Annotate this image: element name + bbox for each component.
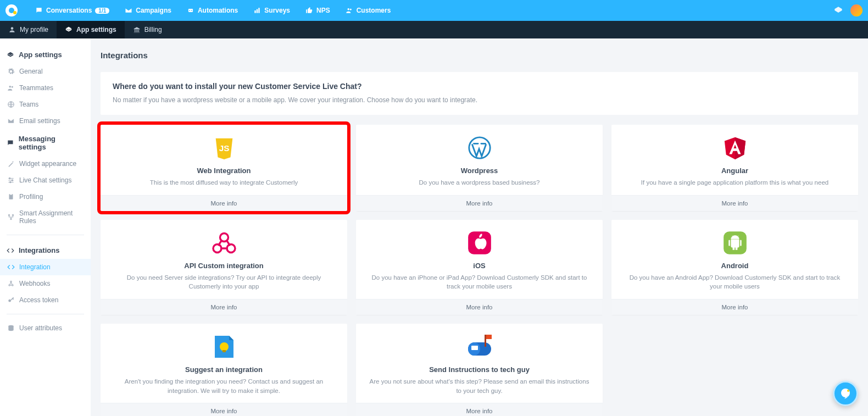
card-web-integration[interactable]: JS Web Integration This is the most diff…	[101, 125, 347, 211]
card-title: Angular	[721, 167, 748, 175]
card-ios[interactable]: iOS Do you have an iPhone or iPad App? D…	[356, 220, 603, 315]
card-more-info[interactable]: More info	[101, 403, 347, 416]
sidebar-item-general[interactable]: General	[0, 63, 91, 80]
sidebar-label: Smart Assignment Rules	[19, 209, 84, 225]
sidebar-item-integration[interactable]: Integration	[0, 259, 91, 275]
nav-surveys[interactable]: Surveys	[246, 7, 298, 14]
sidebar-item-livechat[interactable]: Live Chat settings	[0, 172, 91, 188]
svg-rect-3	[255, 10, 256, 13]
card-more-info[interactable]: More info	[611, 299, 858, 315]
sidebar-label: Teams	[19, 101, 38, 108]
svg-rect-33	[222, 350, 226, 352]
card-suggest[interactable]: Suggest an integration Aren't you findin…	[101, 324, 347, 416]
topbar: Conversations 1/1 Campaigns Automations …	[0, 0, 868, 21]
card-android[interactable]: Android Do you have an Android App? Down…	[611, 220, 858, 315]
svg-point-22	[10, 281, 12, 282]
card-body: Suggest an integration Aren't you findin…	[101, 324, 347, 403]
sidebar-heading-messaging: Messaging settings	[0, 129, 91, 156]
sidebar-item-teammates[interactable]: Teammates	[0, 80, 91, 96]
card-api[interactable]: API Custom integration Do you need Serve…	[101, 220, 347, 315]
sidebar-label: Live Chat settings	[19, 176, 71, 184]
sidebar-item-webhooks[interactable]: Webhooks	[0, 275, 91, 292]
card-desc: This is the most diffused way to integra…	[150, 178, 298, 187]
angular-icon	[722, 135, 748, 161]
card-title: Web Integration	[197, 167, 251, 175]
wand-icon	[7, 160, 15, 168]
card-desc: Are you not sure about what's this step?…	[367, 377, 592, 395]
svg-point-21	[12, 285, 13, 286]
user-avatar[interactable]	[850, 4, 863, 16]
subnav: My profile App settings Billing	[0, 21, 868, 38]
envelope-icon	[125, 7, 132, 14]
svg-point-14	[10, 181, 11, 182]
card-title: API Custom integration	[184, 262, 263, 270]
key-icon	[7, 296, 15, 304]
sidebar-item-user-attributes[interactable]: User attributes	[0, 320, 91, 336]
integration-grid: JS Web Integration This is the most diff…	[101, 125, 858, 416]
nav-customers[interactable]: Customers	[338, 7, 399, 14]
webhook-icon	[7, 280, 15, 287]
sidebar-heading-label: App settings	[19, 51, 62, 59]
nav-conversations[interactable]: Conversations 1/1	[27, 7, 117, 14]
nav-automations[interactable]: Automations	[179, 7, 246, 14]
sidebar-heading-label: Messaging settings	[19, 135, 84, 151]
sidebar-separator	[7, 314, 84, 314]
svg-point-20	[9, 285, 10, 286]
gear-icon	[7, 68, 15, 75]
sidebar-separator	[7, 235, 84, 235]
sidebar-item-widget[interactable]: Widget appearance	[0, 156, 91, 172]
chat-icon	[7, 139, 14, 147]
card-body: iOS Do you have an iPhone or iPad App? D…	[356, 220, 603, 299]
sliders-icon	[7, 176, 15, 184]
card-send-instructions[interactable]: Send Instructions to tech guy Are you no…	[356, 324, 603, 416]
card-more-info[interactable]: More info	[101, 195, 347, 211]
svg-point-12	[9, 178, 10, 179]
card-wordpress[interactable]: Wordpress Do you have a wordpress based …	[356, 125, 603, 211]
subnav-app-settings[interactable]: App settings	[57, 21, 125, 38]
card-more-info[interactable]: More info	[356, 299, 603, 315]
card-more-info[interactable]: More info	[356, 195, 603, 211]
svg-rect-5	[259, 8, 260, 13]
chat-fab[interactable]	[833, 381, 858, 406]
chart-icon	[253, 7, 261, 14]
svg-point-17	[8, 214, 9, 215]
chat-icon	[35, 7, 43, 14]
user-icon	[8, 26, 16, 34]
svg-point-27	[213, 244, 221, 252]
sidebar-label: Webhooks	[19, 280, 50, 287]
robot-icon	[187, 7, 194, 14]
card-angular[interactable]: Angular If you have a single page applic…	[611, 125, 858, 211]
subnav-label: App settings	[76, 26, 116, 34]
sidebar-item-smart-assignment[interactable]: Smart Assignment Rules	[0, 205, 91, 229]
intro-sub: No matter if you have a wordpress websit…	[113, 96, 846, 104]
sidebar-item-email[interactable]: Email settings	[0, 113, 91, 129]
svg-point-6	[347, 8, 349, 10]
card-title: Suggest an integration	[185, 365, 263, 374]
sidebar-item-access-token[interactable]: Access token	[0, 292, 91, 308]
database-icon	[7, 324, 15, 332]
svg-point-28	[227, 244, 235, 252]
card-more-info[interactable]: More info	[356, 403, 603, 416]
sidebar-item-profiling[interactable]: Profiling	[0, 188, 91, 205]
sidebar-label: Email settings	[19, 117, 60, 125]
svg-point-9	[9, 86, 12, 88]
card-more-info[interactable]: More info	[101, 299, 347, 315]
svg-point-1	[189, 10, 190, 11]
card-desc: Do you need Server side integrations? Tr…	[112, 273, 336, 291]
card-more-info[interactable]: More info	[611, 195, 858, 211]
layers-icon	[65, 26, 73, 34]
card-desc: Do you have an Android App? Download Cus…	[622, 273, 847, 291]
users-icon	[346, 7, 353, 14]
svg-point-40	[847, 390, 849, 392]
layers-icon[interactable]	[834, 6, 843, 15]
nav-nps[interactable]: NPS	[298, 7, 338, 14]
subnav-billing[interactable]: Billing	[125, 21, 170, 38]
svg-rect-0	[188, 9, 193, 12]
sidebar-item-teams[interactable]: Teams	[0, 96, 91, 113]
nav-campaigns[interactable]: Campaigns	[117, 7, 179, 14]
app-logo[interactable]	[5, 4, 18, 16]
subnav-my-profile[interactable]: My profile	[0, 21, 57, 38]
svg-point-19	[10, 218, 12, 219]
svg-point-32	[220, 342, 229, 351]
svg-rect-36	[471, 346, 478, 350]
